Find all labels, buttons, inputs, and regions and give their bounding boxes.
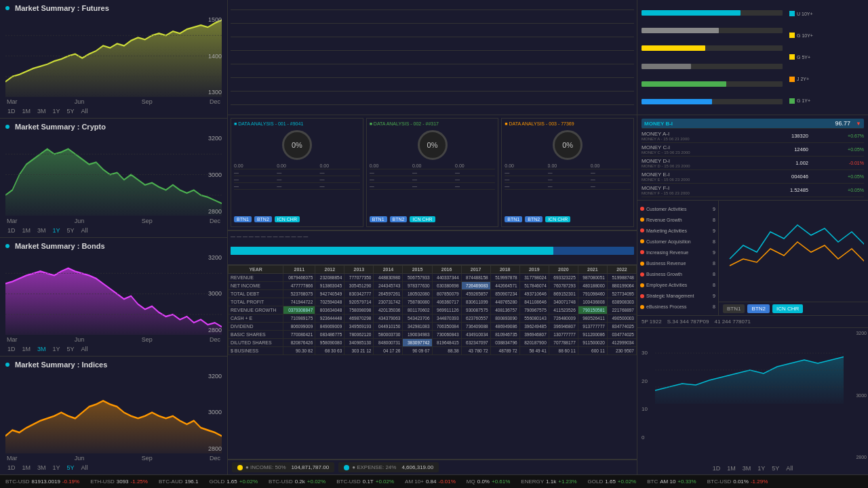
bonds-1m-btn[interactable]: 1M (20, 345, 33, 353)
futures-time-buttons: 1D 1M 3M 1Y 5Y All (5, 107, 222, 115)
futures-indicator (5, 6, 9, 10)
crypto-chart-area: 3200 3000 2800 (5, 134, 222, 216)
da3-btn3[interactable]: ICN CHR (545, 216, 570, 222)
bar-fill-2 (642, 28, 719, 33)
bonds-3m-btn[interactable]: 3M (35, 345, 48, 353)
th-2016: 2016 (432, 266, 461, 274)
crypto-indicator (5, 125, 9, 129)
crypto-x-labels: Mar Jun Sep Dec (5, 218, 222, 224)
right-1y-btn[interactable]: 1Y (755, 464, 767, 472)
futures-x-labels: Mar Jun Sep Dec (5, 98, 222, 105)
timeline-y-labels-left: 30 20 10 0 (642, 328, 648, 462)
crypto-all-btn[interactable]: All (79, 226, 90, 235)
bonds-1y-btn[interactable]: 1Y (51, 345, 62, 353)
right-1d-btn[interactable]: 1D (711, 464, 723, 472)
futures-5y-btn[interactable]: 5Y (65, 107, 77, 115)
horizontal-lines (231, 3, 634, 112)
da2-controls: BTN1 BTN2 ICN CHR (370, 215, 496, 224)
highlighted-money-label: MONEY B-I (644, 121, 673, 127)
bar-row-2 (642, 28, 783, 33)
indices-y-labels: 3200 3000 2800 (208, 371, 222, 453)
table-header-row: YEAR 2011 2012 2013 2014 2015 2016 2017 … (229, 266, 637, 274)
status-gold-2: GOLD 1.65 +0.02% (588, 479, 637, 485)
th-2018: 2018 (490, 266, 519, 274)
futures-1m-btn[interactable]: 1M (20, 107, 33, 115)
middle-data-analysis: ■ DATA ANALYSIS - 001 - #9041 0% 0.000.0… (228, 115, 637, 230)
money-a-label: MONEY A-I (642, 131, 753, 137)
indices-1y-btn[interactable]: 1Y (51, 464, 62, 472)
right-5y-btn[interactable]: 5Y (770, 464, 781, 472)
da1-btn3[interactable]: ICN CHR (275, 216, 300, 222)
activity-marketing: Marketing Activities 9 (640, 228, 715, 233)
crypto-1d-btn[interactable]: 1D (5, 226, 18, 235)
legend-j2y: J 2Y+ (789, 77, 865, 82)
bar-fill-6 (642, 99, 712, 104)
futures-3m-btn[interactable]: 3M (35, 107, 48, 115)
activities-btn3[interactable]: ICN CHR (772, 304, 803, 313)
status-btcaud: BTC-AUD 196.1 (159, 479, 199, 485)
indices-all-btn[interactable]: All (79, 464, 90, 472)
indices-5y-btn[interactable]: 5Y (65, 464, 77, 472)
bar-fill-4 (642, 64, 691, 69)
money-row-a: MONEY A-I MONEY A - 15 06 23 2000 138320… (642, 129, 864, 143)
da2-btn2[interactable]: BTN2 (390, 216, 408, 222)
crypto-3m-btn[interactable]: 3M (35, 226, 48, 235)
da2-btn3[interactable]: ICN CHR (410, 216, 435, 222)
activities-btn2[interactable]: BTN2 (747, 304, 769, 313)
crypto-1y-btn[interactable]: 1Y (51, 226, 62, 235)
crypto-5y-btn[interactable]: 5Y (65, 226, 77, 235)
da2-btn1[interactable]: BTN1 (370, 216, 387, 222)
futures-section: Market Summary : Futures (0, 0, 227, 119)
crypto-chart-svg (5, 134, 222, 216)
h-line-5 (231, 64, 634, 64)
futures-1y-btn[interactable]: 1Y (51, 107, 62, 115)
da3-controls: BTN1 BTN2 ICN CHR (505, 215, 631, 224)
money-row-e: MONEY E-I MONEY E - 15 06 23 2000 004046… (642, 170, 864, 184)
bar-row-1 (642, 10, 783, 16)
right-3m-btn[interactable]: 3M (741, 464, 753, 472)
da3-btn1[interactable]: BTN1 (505, 216, 522, 222)
indices-1m-btn[interactable]: 1M (20, 464, 33, 472)
activity-dot-7 (640, 272, 644, 277)
futures-y-labels: 1500 1400 1300 (208, 15, 222, 97)
svg-rect-10 (231, 247, 553, 255)
bonds-5y-btn[interactable]: 5Y (65, 345, 77, 353)
da1-table: 0.000.000.00 ——— ——— ——— (234, 163, 360, 190)
bar-fill-1 (642, 10, 741, 16)
activities-right-chart: BTN1 BTN2 ICN CHR (719, 201, 868, 315)
legend-dot-4 (789, 77, 795, 82)
da3-btn2[interactable]: BTN2 (525, 216, 542, 222)
futures-1d-btn[interactable]: 1D (5, 107, 18, 115)
bonds-1d-btn[interactable]: 1D (5, 345, 18, 353)
indices-3m-btn[interactable]: 3M (35, 464, 48, 472)
money-row-d: MONEY D-I MONEY D - 15 06 23 2000 1.002 … (642, 157, 864, 170)
h-line-1 (231, 9, 634, 10)
da1-btn2[interactable]: BTN2 (254, 216, 272, 222)
indices-1d-btn[interactable]: 1D (5, 464, 18, 472)
h-line-3 (231, 37, 634, 37)
futures-all-btn[interactable]: All (79, 107, 90, 115)
activity-dot-2 (640, 218, 644, 222)
legend-u10y: U 10Y+ (789, 11, 865, 16)
crypto-1m-btn[interactable]: 1M (20, 226, 33, 235)
legend-g10y: G 10Y+ (789, 33, 865, 38)
income-item: ● INCOME: 50% 104,871,787.00 (232, 462, 334, 472)
money-a-value: 138320 (753, 133, 808, 139)
right-1m-btn[interactable]: 1M (725, 464, 738, 472)
da1-title: ■ DATA ANALYSIS - 001 - #9041 (234, 121, 360, 126)
activity-acquisition: Customer Acquisition 8 (640, 239, 715, 244)
h-line-2 (231, 23, 634, 24)
da2-title: ■ DATA ANALYSIS - 002 - ##317 (370, 121, 496, 126)
activities-btn1[interactable]: BTN1 (723, 304, 745, 313)
table-row-diluted-shares: DILUTED SHARES 8208764269580900803409851… (229, 339, 637, 347)
money-row-c: MONEY C-I MONEY C - 15 06 23 2000 12460 … (642, 143, 864, 157)
money-row-f: MONEY F-I MONEY F - 15 06 23 2000 1.5248… (642, 184, 864, 197)
status-pct: BTC-USD 0.01% -1.29% (707, 479, 768, 485)
right-top-section: U 10Y+ G 10Y+ G 5Y+ J 2Y+ G 1Y+ (637, 0, 868, 115)
activity-list: Customer Activities 9 Revenue Growth 8 (637, 201, 719, 315)
da1-btn1[interactable]: BTN1 (234, 216, 252, 222)
right-all-btn[interactable]: All (784, 464, 795, 472)
bonds-all-btn[interactable]: All (79, 345, 90, 353)
legend-dot-2 (789, 33, 795, 38)
bar-chart-section (637, 0, 787, 115)
